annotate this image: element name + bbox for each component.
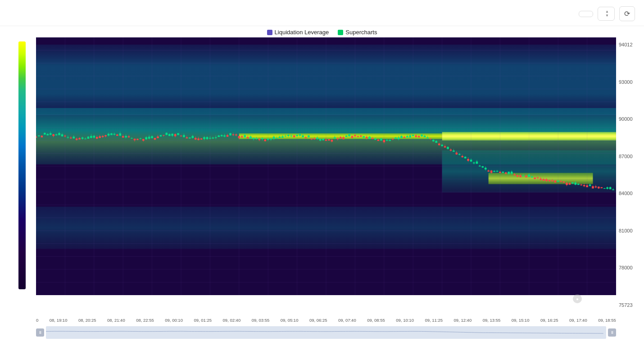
x-axis-label: 09, 01:25 [194, 318, 212, 323]
scroll-handle-right-icon: ⏸ [610, 330, 614, 335]
x-axis-label: 09, 12:40 [454, 318, 472, 323]
x-axis-label: 09, 18:55 [598, 318, 616, 323]
x-axis-label: 09, 07:40 [338, 318, 356, 323]
asset-selector[interactable] [579, 11, 593, 17]
x-axis-label: 09, 15:10 [512, 318, 530, 323]
scrollbar-area: ⏸ ⏸ [0, 324, 644, 339]
x-axis-label: 09, 16:25 [540, 318, 558, 323]
legend-item-liquidation: Liquidation Leverage [267, 29, 329, 36]
refresh-icon: ⟳ [624, 9, 630, 18]
chart-legend: Liquidation Leverage Supercharts [0, 26, 644, 37]
y-axis-label: 75723 [619, 302, 639, 308]
colorbar-section [0, 37, 36, 317]
chart-area: ● 94012930009000087000840008100078000757… [0, 37, 644, 317]
y-axis-label: 78000 [619, 265, 639, 270]
x-axis-label: 08, 19:10 [50, 318, 68, 323]
y-axis-label: 81000 [619, 228, 639, 233]
x-axis-label: 09, 17:40 [569, 318, 587, 323]
watermark-logo: ● [573, 294, 582, 303]
y-axis-label: 94012 [619, 42, 639, 47]
legend-dot-liquidation [267, 30, 272, 35]
legend-dot-supercharts [338, 30, 343, 35]
x-axis-label: 09, 11:25 [425, 318, 443, 323]
x-axis: 008, 19:1008, 20:2508, 21:4008, 22:5509,… [0, 317, 644, 323]
heatmap-canvas-area: ● [36, 37, 616, 317]
y-axis-label: 90000 [619, 116, 639, 122]
scroll-handle-right[interactable]: ⏸ [608, 328, 616, 337]
time-selector[interactable]: ▲ ▼ [598, 7, 615, 21]
watermark: ● [573, 294, 585, 303]
legend-label-supercharts: Supercharts [345, 29, 377, 36]
y-axis-label: 93000 [619, 79, 639, 85]
x-axis-label: 09, 13:55 [483, 318, 501, 323]
refresh-button[interactable]: ⟳ [619, 6, 635, 21]
y-axis-right: 9401293000900008700084000810007800075723 [616, 37, 644, 317]
x-axis-label: 08, 21:40 [107, 318, 125, 323]
x-axis-label: 0 [36, 318, 38, 323]
legend-label-liquidation: Liquidation Leverage [275, 29, 329, 36]
x-axis-label: 09, 00:10 [165, 318, 183, 323]
scroll-handle-left[interactable]: ⏸ [36, 328, 44, 337]
x-axis-label: 09, 02:40 [223, 318, 241, 323]
x-axis-label: 09, 03:55 [252, 318, 270, 323]
scroll-track[interactable] [46, 326, 606, 339]
page-header: ▲ ▼ ⟳ [0, 0, 644, 26]
scroll-handle-left-icon: ⏸ [38, 330, 42, 335]
x-axis-label: 08, 22:55 [136, 318, 154, 323]
mini-chart-canvas [46, 326, 606, 339]
colorbar [18, 41, 26, 289]
controls-area: ▲ ▼ ⟳ [579, 6, 635, 21]
x-axis-label: 09, 06:25 [309, 318, 327, 323]
time-arrows-icon: ▲ ▼ [605, 10, 609, 18]
x-axis-label: 09, 10:10 [396, 318, 414, 323]
x-axis-label: 08, 20:25 [78, 318, 96, 323]
heatmap-canvas [36, 37, 616, 295]
y-axis-label: 84000 [619, 191, 639, 196]
x-axis-label: 09, 08:55 [367, 318, 385, 323]
x-axis-label: 09, 05:10 [281, 318, 299, 323]
x-axis-inner: 008, 19:1008, 20:2508, 21:4008, 22:5509,… [36, 318, 616, 323]
y-axis-label: 87000 [619, 154, 639, 159]
legend-item-supercharts: Supercharts [338, 29, 377, 36]
